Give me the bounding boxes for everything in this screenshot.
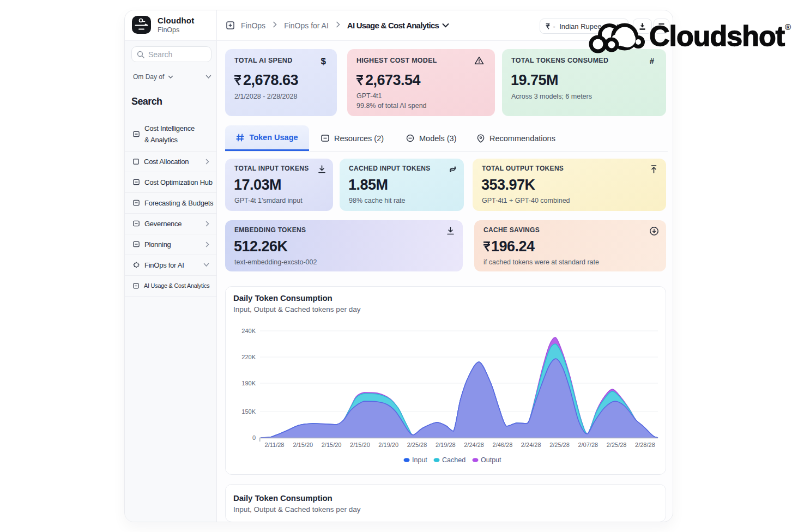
svg-text:240K: 240K [241, 328, 256, 334]
svg-text:2/11/28: 2/11/28 [265, 442, 285, 448]
svg-text:2/19/20: 2/19/20 [378, 442, 398, 448]
svg-text:2/25/28: 2/25/28 [407, 442, 427, 448]
svg-text:2/19/28: 2/19/28 [436, 442, 456, 448]
svg-text:2/15/20: 2/15/20 [293, 442, 313, 448]
svg-text:2/07/28: 2/07/28 [578, 442, 598, 448]
svg-text:2/25/28: 2/25/28 [549, 442, 570, 448]
svg-text:220K: 220K [241, 354, 256, 360]
svg-text:Input: Input [412, 456, 427, 464]
svg-text:2/15/20: 2/15/20 [322, 442, 342, 448]
svg-text:2/24/28: 2/24/28 [521, 442, 541, 448]
svg-text:2/28/28: 2/28/28 [635, 442, 655, 448]
svg-text:2/25/28: 2/25/28 [607, 442, 627, 448]
svg-text:150K: 150K [241, 408, 256, 415]
svg-text:2/46/28: 2/46/28 [493, 442, 513, 448]
svg-text:Cached: Cached [442, 456, 466, 464]
svg-text:0: 0 [252, 434, 256, 441]
svg-text:2/24/28: 2/24/28 [464, 442, 484, 448]
svg-text:Output: Output [481, 456, 501, 464]
svg-text:190K: 190K [241, 380, 256, 386]
svg-text:2/15/20: 2/15/20 [350, 442, 370, 448]
